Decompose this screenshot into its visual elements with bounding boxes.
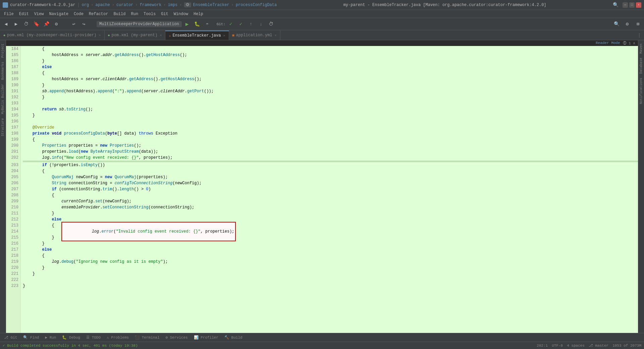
maximize-btn[interactable]: □ xyxy=(629,2,635,8)
breadcrumb-method[interactable]: processConfigData xyxy=(236,3,277,7)
breadcrumb-framework[interactable]: framework xyxy=(140,3,162,7)
indent-indicator[interactable]: 4 spaces xyxy=(567,344,585,348)
window-controls: — □ ✕ xyxy=(623,2,641,8)
code-line-218: { xyxy=(23,253,638,259)
menu-tools[interactable]: Tools xyxy=(141,10,158,18)
prefs-btn[interactable]: ⚙ xyxy=(623,19,632,29)
code-line-203: if (!properties.isEmpty()) xyxy=(23,162,638,168)
menu-navigate[interactable]: Navigate xyxy=(46,10,71,18)
coverage-btn[interactable]: ☂ xyxy=(203,19,212,29)
tool-run[interactable]: ▶ Run xyxy=(42,335,59,340)
sidebar-maven-label[interactable]: Maven xyxy=(639,42,644,56)
layout-btn[interactable]: ⊞ xyxy=(633,19,643,29)
nav-sep: › xyxy=(91,3,93,7)
tool-debug[interactable]: 🐛 Debug xyxy=(59,335,83,340)
breadcrumb-ensemble[interactable]: EnsembleTracker xyxy=(193,3,229,7)
tab-pom-multi[interactable]: ◈ pom.xml (my-zookeeper-multi-provider) … xyxy=(0,31,105,40)
tool-tabs-bar: ⎇ Git 🔍 Find ▶ Run 🐛 Debug ☰ TODO ⚠ Prob… xyxy=(0,333,644,342)
search-btn[interactable]: 🔍 xyxy=(612,19,621,29)
code-line-219: log.debug("Ignoring new config as it is … xyxy=(23,259,638,265)
code-line-187: else xyxy=(23,64,638,70)
tab-application[interactable]: ▣ application.yml ✕ xyxy=(229,31,280,40)
tab-ensemble[interactable]: ☕ EnsembleTracker.java ✕ xyxy=(165,31,229,40)
run-config-selector[interactable]: MultiZookeeperProviderApplication xyxy=(97,21,182,27)
tab-close[interactable]: ✕ xyxy=(99,33,101,37)
code-line-200: Properties properties = new Properties()… xyxy=(23,143,638,149)
git-check-btn[interactable]: ✓ xyxy=(226,19,235,29)
reader-mode-btn[interactable]: Reader Mode xyxy=(596,41,620,45)
tool-build[interactable]: 🔨 Build xyxy=(222,335,245,340)
back-btn[interactable]: ◀ xyxy=(1,19,11,29)
tool-find[interactable]: 🔍 Find xyxy=(20,335,42,340)
code-line-199: { xyxy=(23,137,638,143)
bookmark-btn[interactable]: 🔖 xyxy=(32,19,41,29)
minimize-btn[interactable]: — xyxy=(623,2,628,8)
code-line-220: } xyxy=(23,265,638,271)
position-indicator[interactable]: 202:1 xyxy=(537,344,548,348)
menu-view[interactable]: View xyxy=(32,10,47,18)
branch-indicator[interactable]: ⎇ master xyxy=(589,343,608,348)
recent-files-btn[interactable]: ⏱ xyxy=(21,19,31,29)
breadcrumb-curator[interactable]: curator xyxy=(116,3,133,7)
sidebar-project-label[interactable]: Project xyxy=(0,42,5,60)
git-hist-btn[interactable]: ⏱ xyxy=(266,19,276,29)
tool-problems[interactable]: ⚠ Problems xyxy=(104,335,131,340)
breadcrumb-org[interactable]: org xyxy=(82,3,89,7)
tab-label: pom.xml (my-parent) xyxy=(112,33,158,38)
tool-services[interactable]: ⚙ Services xyxy=(163,335,191,340)
tab-pom-parent[interactable]: ◈ pom.xml (my-parent) ✕ xyxy=(105,31,166,40)
search-icon[interactable]: 🔍 xyxy=(613,2,619,8)
menu-code[interactable]: Code xyxy=(71,10,86,18)
status-left: ✓ Build completed successfully in 4 sec,… xyxy=(3,343,138,348)
tabs-more-btn[interactable]: ⋮ xyxy=(635,31,644,40)
tab-icon-java: ☕ xyxy=(169,34,171,38)
menu-file[interactable]: File xyxy=(1,10,16,18)
encoding-indicator[interactable]: UTF-8 xyxy=(552,344,563,348)
sidebar-structure-label[interactable]: Structure xyxy=(0,116,5,138)
code-container[interactable]: 184 185 186 187 188 189 190 191 192 193 … xyxy=(6,46,638,333)
sidebar-mybatis-label[interactable]: MyBatis Builder xyxy=(0,82,5,116)
tab-label: pom.xml (my-zookeeper-multi-provider) xyxy=(7,33,96,38)
title-bar-left: curator-framework-4.2.0.jar │ org › apac… xyxy=(3,2,277,8)
tab-close-active[interactable]: ✕ xyxy=(223,34,225,38)
menu-refactor[interactable]: Refactor xyxy=(86,10,111,18)
debug-run-btn[interactable]: 🐛 xyxy=(193,19,202,29)
undo-btn[interactable]: ↩ xyxy=(69,19,78,29)
menu-window[interactable]: Window xyxy=(171,10,191,18)
git-check2-btn[interactable]: ✓ xyxy=(236,19,246,29)
line-numbers: 184 185 186 187 188 189 190 191 192 193 … xyxy=(6,46,21,333)
sidebar-notifications-label[interactable]: Notifications xyxy=(639,76,644,106)
settings-btn[interactable]: ⚙ xyxy=(52,19,61,29)
tool-profiler[interactable]: 📊 Profiler xyxy=(191,335,221,340)
menu-run[interactable]: Run xyxy=(128,10,141,18)
breadcrumb-imps[interactable]: imps xyxy=(168,3,178,7)
tab-close-yml[interactable]: ✕ xyxy=(275,33,277,37)
run-btn[interactable]: ▶ xyxy=(182,19,192,29)
app-icon xyxy=(3,2,8,8)
code-line-192: } xyxy=(23,94,638,100)
git-pull-btn[interactable]: ↓ xyxy=(256,19,266,29)
sidebar-database-label[interactable]: Database xyxy=(639,56,644,76)
git-label: Git: xyxy=(217,22,225,26)
breadcrumb-apache[interactable]: apache xyxy=(95,3,110,7)
menu-git[interactable]: Git xyxy=(158,10,171,18)
pin-btn[interactable]: 📌 xyxy=(42,19,51,29)
left-sidebar: Project Bookmarks MyBatis Builder Struct… xyxy=(0,40,6,333)
code-line-214: log.error("Invalid config event received… xyxy=(23,229,638,235)
menu-build[interactable]: Build xyxy=(111,10,128,18)
code-line-205: QuorumMaj newConfig = new QuorumMaj(prop… xyxy=(23,174,638,180)
close-btn[interactable]: ✕ xyxy=(636,2,641,8)
menu-edit[interactable]: Edit xyxy=(16,10,32,18)
code-line-216: } xyxy=(23,241,638,247)
git-push-btn[interactable]: ↑ xyxy=(246,19,256,29)
tool-terminal[interactable]: ⬛ Terminal xyxy=(132,335,162,340)
code-line-210: ensembleProvider.setConnectionString(con… xyxy=(23,204,638,210)
tool-todo[interactable]: ☰ TODO xyxy=(84,335,103,340)
redo-btn[interactable]: ↪ xyxy=(79,19,89,29)
code-line-185: hostAddress = server.addr.getAddress().g… xyxy=(23,52,638,58)
forward-btn[interactable]: ▶ xyxy=(11,19,21,29)
tab-close[interactable]: ✕ xyxy=(160,33,162,37)
sidebar-bookmarks-label[interactable]: Bookmarks xyxy=(0,60,5,82)
tool-git[interactable]: ⎇ Git xyxy=(1,335,20,340)
menu-help[interactable]: Help xyxy=(191,10,206,18)
